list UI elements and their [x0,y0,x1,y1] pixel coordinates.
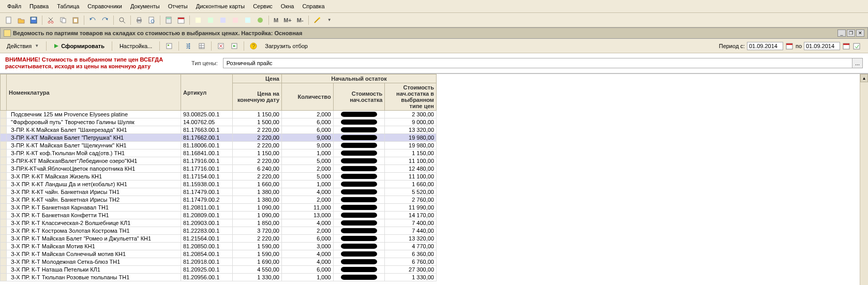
period-picker-icon[interactable] [852,42,861,50]
open-icon[interactable] [16,14,27,26]
col-startbal[interactable]: Начальный остаток [282,74,437,83]
tool-f-icon[interactable] [255,14,266,26]
table-row[interactable]: З-Х ПР. К-Т Кострома Золотая Кострома ТН… [1,227,437,235]
tool-c-icon[interactable] [217,14,229,26]
find-icon[interactable] [116,14,128,26]
minimize-button[interactable]: _ [837,29,846,37]
table-row[interactable]: З-Х ПР. К-КТ Майская Жизель КН181.17154.… [1,173,437,181]
tree-cell[interactable] [1,142,7,149]
period-to-input[interactable] [804,42,840,50]
table-row[interactable]: З-Х ПР. К-КТ Ландыш Да и нет(кобальт) КН… [1,181,437,188]
calc-icon[interactable] [163,14,174,26]
col-nomenclature[interactable]: Номенклатура [7,74,181,111]
col-qty[interactable]: Количество [282,83,334,111]
actions-menu[interactable]: Действия▼ [3,41,42,51]
wand-icon[interactable] [311,14,323,26]
table-row[interactable]: З-Х ПР. К-Т Наташа Петельки КЛ181.20925.… [1,266,437,274]
tree-cell[interactable] [1,149,7,157]
calendar-to-icon[interactable] [842,42,850,50]
new-doc-icon[interactable] [3,14,14,26]
ab-clear-icon[interactable] [215,40,227,52]
tree-cell[interactable] [1,266,7,274]
close-button[interactable]: ✕ [856,29,864,37]
load-filter-button[interactable]: Загрузить отбор [261,41,311,51]
undo-icon[interactable] [87,14,98,26]
table-row[interactable]: З-Х ПР. К-Т Майская Балет "Ромео и Джуль… [1,235,437,243]
table-row[interactable]: З-Х ПР. К-Т Тюльпан Розовые тюльпаны ТН1… [1,274,437,281]
tree-cell[interactable] [1,126,7,134]
print-icon[interactable] [133,14,145,26]
calendar-icon[interactable] [175,14,187,26]
price-type-picker[interactable]: ... [852,58,862,68]
menu-reports[interactable]: Отчеты [165,2,191,10]
table-row[interactable]: З-Х ПР. К-Т Майская Солнечный мотив КН18… [1,250,437,258]
menu-refs[interactable]: Справочники [84,2,125,10]
tree-cell[interactable] [1,274,7,281]
scroll-up-icon[interactable]: ▲ [860,74,868,82]
cut-icon[interactable] [45,14,56,26]
tree-cell[interactable] [1,219,7,227]
table-row[interactable]: З-ПР. К-К Майская Балет "Шахерезада" КН1… [1,126,437,134]
mtext-mplus[interactable]: М+ [281,16,294,24]
menu-table[interactable]: Таблица [54,2,82,10]
table-row[interactable]: З-Х ПР. К-КТ чайн. Банкетная Ирисы ТН281… [1,196,437,204]
paste-icon[interactable] [70,14,81,26]
col-price[interactable]: Цена [233,74,282,83]
mtext-m[interactable]: М [272,16,280,24]
tree-cell[interactable] [1,157,7,165]
menu-discount[interactable]: Дисконтные карты [193,2,248,10]
tree-cell[interactable] [1,243,7,250]
save-icon[interactable] [28,14,39,26]
table-row[interactable]: З-ПР.К-КТчай.ЯблочкоЦветок папоротника К… [1,165,437,173]
table-row[interactable]: З-Х ПР. К-Т Классическая-2 Волшебнице КЛ… [1,219,437,227]
tree-cell[interactable] [1,227,7,235]
table-row[interactable]: З-ПР. К-КТ коф.Тюльпан Мой сад(отв.) ТН1… [1,149,437,157]
preview-icon[interactable] [146,14,157,26]
tool-a-icon[interactable] [192,14,204,26]
table-row[interactable]: Подсвечник 125 мм Provence Elysees plati… [1,111,437,118]
maximize-button[interactable]: ❐ [847,29,855,37]
tree-cell[interactable] [1,250,7,258]
vertical-scrollbar[interactable]: ▲ ▼ [860,74,868,285]
tree-toggle-col[interactable] [1,74,7,111]
ab-exec-icon[interactable] [229,40,240,52]
menu-file[interactable]: Файл [4,2,24,10]
menu-edit[interactable]: Правка [26,2,52,10]
form-button[interactable]: Сформировать [50,41,108,51]
menu-service[interactable]: Сервис [250,2,276,10]
tree-cell[interactable] [1,188,7,196]
table-row[interactable]: З-Х ПР. К-КТ чайн. Банкетная Ирисы ТН181… [1,188,437,196]
tree-cell[interactable] [1,258,7,266]
table-row[interactable]: З-Х ПР. К-Т Молодежная Сетка-блюз ТН181.… [1,258,437,266]
table-row[interactable]: З-ПР. К-КТ Майская Балет "Щелкунчик" КН1… [1,142,437,149]
col-article[interactable]: Артикул [181,74,233,111]
tree-cell[interactable] [1,212,7,219]
tree-cell[interactable] [1,181,7,188]
col-price-end[interactable]: Цена на конечную дату [233,83,282,111]
mtext-mminus[interactable]: М- [295,16,306,24]
tree-cell[interactable] [1,173,7,181]
ab-tree-icon[interactable] [183,40,194,52]
table-row[interactable]: З-Х ПР. К-Т Банкетная Карнавал ТН181.208… [1,204,437,212]
period-from-input[interactable] [747,42,783,50]
menu-help[interactable]: Справка [299,2,327,10]
menu-windows[interactable]: Окна [278,2,297,10]
table-row[interactable]: "Фарфоровый путь" Творчество Галины Шуля… [1,118,437,126]
calendar-from-icon[interactable] [785,42,794,50]
tree-cell[interactable] [1,134,7,142]
tool-d-icon[interactable] [230,14,241,26]
table-row[interactable]: З-Х ПР. К-Т Банкетная Конфетти ТН181.208… [1,212,437,219]
table-row[interactable]: З-ПР. К-КТ Майская Балет "Петрушка" КН18… [1,134,437,142]
data-grid[interactable]: Номенклатура Артикул Цена Начальный оста… [0,74,437,281]
tree-cell[interactable] [1,196,7,204]
tool-b-icon[interactable] [205,14,216,26]
price-type-input[interactable] [223,58,852,68]
copy-icon[interactable] [57,14,69,26]
tree-cell[interactable] [1,111,7,118]
help-icon[interactable]: ? [248,40,259,52]
tool-e-icon[interactable] [242,14,253,26]
tree-cell[interactable] [1,165,7,173]
tree-cell[interactable] [1,118,7,126]
settings-button[interactable]: Настройка... [116,41,156,51]
table-row[interactable]: З-Х ПР. К-Т Майская Мотив КН181.20850.00… [1,243,437,250]
